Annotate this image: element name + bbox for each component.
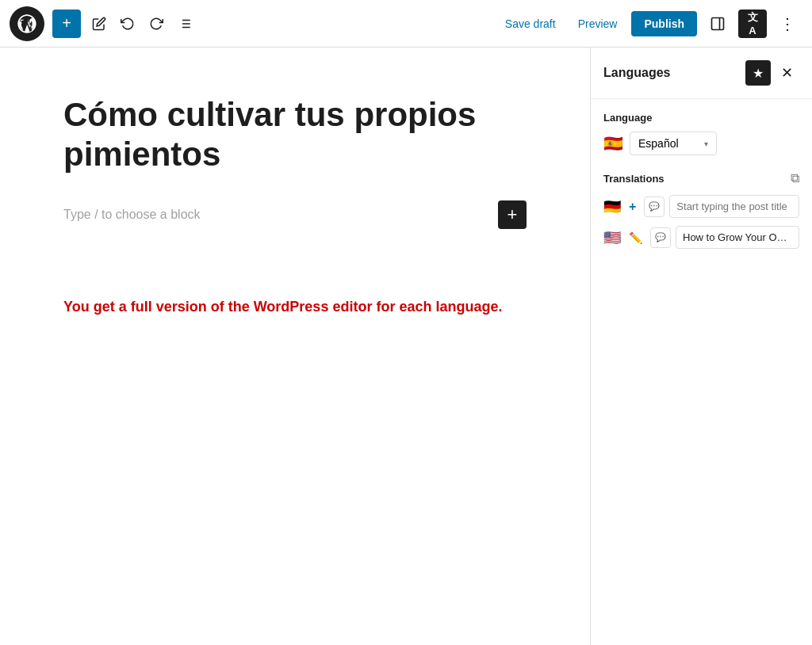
redo-icon [149, 17, 163, 31]
edit-translation-button-german[interactable]: 💬 [644, 197, 665, 217]
wp-logo-icon [16, 13, 38, 35]
promo-text: You get a full version of the WordPress … [63, 299, 527, 315]
more-options-button[interactable]: ⋮ [773, 8, 802, 40]
preview-button[interactable]: Preview [570, 13, 626, 35]
speech-bubble-icon2: 💬 [655, 232, 666, 242]
add-block-plus-icon: + [508, 204, 518, 225]
close-sidebar-button[interactable]: ✕ [774, 60, 799, 86]
undo-button[interactable] [114, 10, 141, 37]
edit-translation-button-english[interactable]: ✏️ [626, 228, 645, 247]
speech-bubble-icon: 💬 [649, 201, 660, 212]
german-flag-icon: 🇩🇪 [603, 198, 621, 216]
sidebar-title: Languages [603, 66, 670, 80]
language-row: 🇪🇸 Español ▾ [603, 132, 799, 155]
chevron-down-icon: ▾ [704, 139, 708, 148]
sidebar-icon [710, 16, 726, 32]
save-draft-button[interactable]: Save draft [497, 13, 564, 35]
language-select[interactable]: Español ▾ [630, 132, 717, 155]
translation-row-german: 🇩🇪 + 💬 [603, 195, 799, 218]
translations-label: Translations [603, 173, 665, 185]
plus-icon: + [62, 14, 71, 32]
german-translation-input[interactable] [669, 195, 799, 218]
toolbar: + [0, 0, 812, 48]
toolbar-right: Save draft Preview Publish 文A ⋮ [497, 8, 802, 40]
close-icon: ✕ [781, 64, 793, 82]
add-block-inline-button[interactable]: + [498, 200, 527, 229]
more-dots-icon: ⋮ [779, 14, 796, 33]
add-translation-button-german[interactable]: + [626, 197, 639, 217]
list-view-icon [178, 17, 192, 31]
sidebar-body: Language 🇪🇸 Español ▾ Translations ⧉ 🇩🇪 … [591, 99, 812, 269]
block-placeholder-text: Type / to choose a block [63, 208, 201, 222]
language-field-label: Language [603, 112, 799, 124]
translate-icon: 文A [745, 10, 760, 36]
editor-area: Cómo cultivar tus propios pimientos Type… [0, 48, 590, 645]
pencil-icon [92, 17, 106, 31]
translations-header: Translations ⧉ [603, 171, 799, 185]
star-icon: ★ [753, 66, 764, 81]
publish-button[interactable]: Publish [631, 11, 697, 36]
selected-language-label: Español [638, 137, 679, 150]
sidebar-toggle-button[interactable] [703, 10, 732, 38]
translation-row-english: 🇺🇸 ✏️ 💬 [603, 226, 799, 249]
toolbar-left: + [10, 6, 198, 41]
add-block-button[interactable]: + [52, 10, 81, 38]
spanish-flag-icon: 🇪🇸 [603, 134, 623, 153]
translate-button[interactable]: 文A [738, 10, 767, 38]
sidebar-header-icons: ★ ✕ [745, 60, 799, 86]
edit-tool-button[interactable] [86, 10, 113, 37]
english-flag-icon: 🇺🇸 [603, 229, 621, 246]
star-button[interactable]: ★ [745, 60, 771, 86]
sidebar-header: Languages ★ ✕ [591, 48, 812, 99]
redo-button[interactable] [143, 10, 170, 37]
view-translation-button-english[interactable]: 💬 [650, 227, 671, 248]
main-layout: Cómo cultivar tus propios pimientos Type… [0, 48, 812, 645]
svg-rect-6 [712, 17, 724, 29]
block-placeholder-row: Type / to choose a block + [63, 194, 527, 235]
post-title[interactable]: Cómo cultivar tus propios pimientos [63, 95, 527, 175]
wordpress-logo [10, 6, 44, 41]
languages-sidebar: Languages ★ ✕ Language 🇪🇸 Español ▾ [590, 48, 812, 645]
list-view-button[interactable] [171, 10, 198, 37]
copy-icon[interactable]: ⧉ [791, 171, 799, 185]
english-translation-input[interactable] [676, 226, 799, 249]
undo-icon [121, 17, 135, 31]
